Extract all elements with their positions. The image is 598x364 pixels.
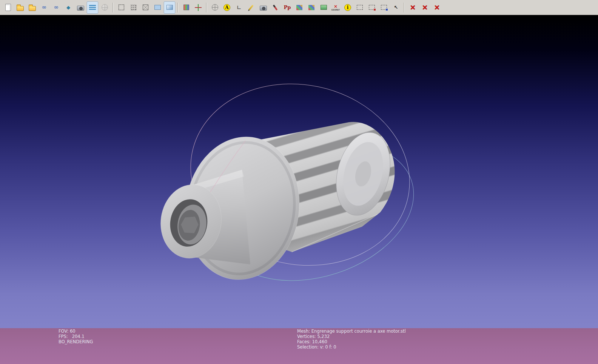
photo-projection-tool-button[interactable]: Pp	[282, 2, 293, 14]
toolbar: ∞∞◆A∟Pp×GEOREFi↖×××	[0, 0, 598, 15]
delete-current-raster-icon: ×	[422, 4, 428, 11]
photo-projection-tool-icon: Pp	[284, 5, 291, 10]
paint-tool-button[interactable]	[270, 2, 281, 14]
annotation-tool-icon: A	[223, 4, 230, 11]
show-layer-dialog-icon	[89, 4, 96, 11]
export-mesh-button[interactable]: ∞	[51, 2, 62, 14]
render-points-button[interactable]	[128, 2, 139, 14]
delete-all-meshes-button[interactable]: ×	[431, 2, 442, 14]
toolbar-separator	[404, 3, 405, 12]
georef-tool-button[interactable]: ×GEOREF	[330, 2, 341, 14]
render-bbox-button[interactable]	[116, 2, 127, 14]
reload-mesh-button[interactable]: ◆	[63, 2, 74, 14]
manipulator-tool-button[interactable]: ↖	[390, 2, 402, 14]
open-project-icon	[17, 6, 24, 11]
meshlab-window: ∞∞◆A∟Pp×GEOREFi↖×××	[0, 0, 598, 364]
colorize-tool-icon	[321, 5, 327, 10]
full-sphere-view-icon	[212, 4, 218, 11]
fps-text: FPS: 204.1	[59, 334, 93, 339]
render-mode-text: BO_RENDERING	[59, 339, 93, 344]
cut-tool-button[interactable]	[294, 2, 305, 14]
camera-info-tool-icon	[260, 6, 267, 11]
select-vertices-tool-icon	[381, 5, 387, 10]
render-flat-icon	[154, 5, 161, 10]
manipulator-tool-icon: ↖	[394, 5, 398, 10]
vertices-text: Vertices: 5,232	[297, 334, 406, 339]
colorize-tool-button[interactable]	[318, 2, 329, 14]
point-picking-tool-icon	[248, 5, 253, 10]
selection-text: Selection: v: 0 f: 0	[297, 344, 406, 350]
scene-svg	[0, 15, 598, 364]
import-mesh-icon: ∞	[42, 5, 47, 10]
select-faces-tool-icon	[357, 5, 363, 10]
new-empty-project-icon	[5, 4, 11, 11]
3d-viewport[interactable]: FOV: 60 FPS: 204.1 BO_RENDERING Mesh: En…	[0, 15, 598, 364]
georef-tool-icon: ×	[334, 4, 338, 9]
show-raster-mode-icon	[102, 4, 108, 11]
cut-tool-icon	[296, 5, 302, 10]
select-faces-brush-tool-icon	[369, 5, 375, 10]
mesh-name-text: Mesh: Engrenage support courroie a axe m…	[297, 329, 406, 334]
align-tool-button[interactable]	[306, 2, 317, 14]
camera-info-tool-button[interactable]	[257, 2, 269, 14]
toolbar-separator	[206, 3, 207, 12]
import-mesh-button[interactable]: ∞	[39, 2, 50, 14]
align-tool-icon	[308, 5, 314, 10]
fov-text: FOV: 60	[59, 329, 93, 334]
new-empty-project-button[interactable]	[2, 2, 14, 14]
toolbar-separator	[113, 3, 113, 12]
paint-tool-icon	[273, 5, 277, 10]
georef-tool-caption: GEOREF	[331, 9, 340, 11]
get-info-tool-icon: i	[344, 4, 351, 11]
delete-current-raster-button[interactable]: ×	[419, 2, 430, 14]
select-faces-brush-tool-button[interactable]	[366, 2, 378, 14]
section-tool-button[interactable]: ∟	[233, 2, 245, 14]
render-texture-icon	[183, 5, 189, 10]
render-stats: FOV: 60 FPS: 204.1 BO_RENDERING	[59, 329, 93, 344]
delete-current-mesh-button[interactable]: ×	[407, 2, 418, 14]
delete-current-mesh-icon: ×	[410, 4, 416, 11]
annotation-tool-button[interactable]: A	[221, 2, 233, 14]
save-snapshot-icon	[77, 6, 84, 11]
render-bbox-icon	[119, 5, 124, 10]
select-faces-tool-button[interactable]	[354, 2, 365, 14]
save-snapshot-button[interactable]	[75, 2, 86, 14]
render-wireframe-icon	[143, 5, 148, 10]
get-info-tool-button[interactable]: i	[342, 2, 353, 14]
delete-all-meshes-icon: ×	[434, 4, 440, 11]
open-project-button[interactable]	[14, 2, 26, 14]
export-mesh-icon: ∞	[54, 5, 59, 10]
append-project-icon	[29, 6, 36, 11]
show-trackball-icon	[195, 4, 202, 11]
render-texture-button[interactable]	[180, 2, 192, 14]
section-tool-icon: ∟	[237, 5, 241, 10]
render-smooth-icon	[166, 5, 173, 10]
render-flat-button[interactable]	[152, 2, 163, 14]
render-points-icon	[131, 5, 136, 10]
append-project-button[interactable]	[26, 2, 38, 14]
show-trackball-button[interactable]	[193, 2, 204, 14]
show-raster-mode-button[interactable]	[99, 2, 110, 14]
mesh-stats: Mesh: Engrenage support courroie a axe m…	[297, 329, 406, 350]
render-wireframe-button[interactable]	[140, 2, 151, 14]
render-smooth-button[interactable]	[164, 2, 175, 14]
select-vertices-tool-button[interactable]	[378, 2, 390, 14]
toolbar-separator	[177, 3, 178, 12]
faces-text: Faces: 10,460	[297, 339, 406, 344]
full-sphere-view-button[interactable]	[209, 2, 220, 14]
point-picking-tool-button[interactable]	[245, 2, 257, 14]
reload-mesh-icon: ◆	[66, 5, 70, 10]
show-layer-dialog-button[interactable]	[87, 2, 98, 14]
